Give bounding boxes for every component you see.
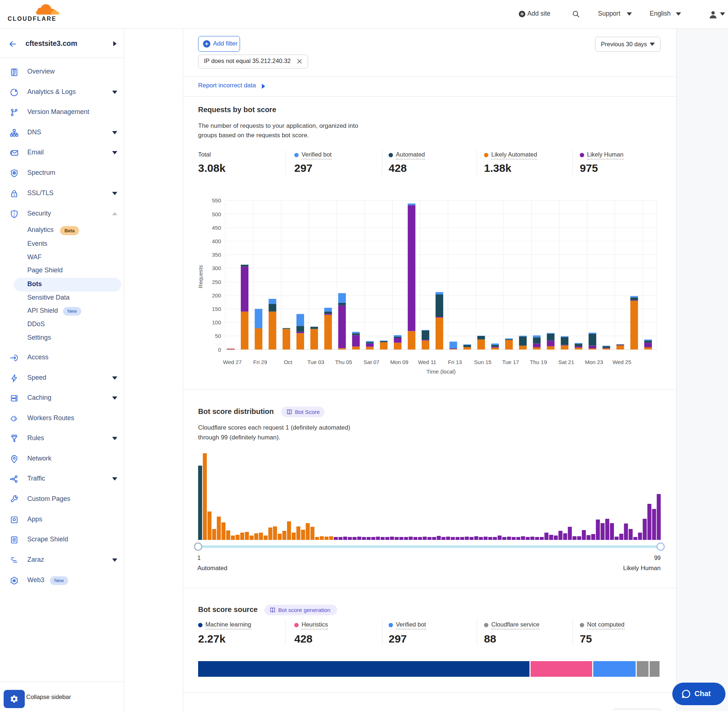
svg-text:Mon 23: Mon 23 xyxy=(585,359,603,365)
svg-text:250: 250 xyxy=(212,279,221,285)
svg-text:550: 550 xyxy=(212,197,221,204)
svg-text:Sun 15: Sun 15 xyxy=(474,359,492,365)
svg-text:200: 200 xyxy=(212,292,221,298)
svg-text:Sat 21: Sat 21 xyxy=(558,359,574,365)
svg-text:Oct: Oct xyxy=(284,359,292,365)
svg-text:Likely Human: Likely Human xyxy=(623,565,661,572)
svg-text:300: 300 xyxy=(212,265,221,271)
svg-text:Thu 05: Thu 05 xyxy=(335,359,352,365)
svg-text:100: 100 xyxy=(212,319,221,326)
svg-text:Mon 09: Mon 09 xyxy=(390,359,408,365)
svg-text:500: 500 xyxy=(212,211,221,217)
svg-text:Time (local): Time (local) xyxy=(427,369,456,375)
svg-text:450: 450 xyxy=(212,225,221,231)
svg-text:Wed 27: Wed 27 xyxy=(223,359,241,365)
svg-text:Wed 11: Wed 11 xyxy=(418,359,436,365)
svg-text:Sat 07: Sat 07 xyxy=(363,359,379,365)
svg-text:350: 350 xyxy=(212,252,221,258)
svg-text:Fri 29: Fri 29 xyxy=(253,359,267,365)
svg-text:Requests: Requests xyxy=(197,265,204,288)
svg-text:Automated: Automated xyxy=(197,565,227,572)
svg-text:Thu 19: Thu 19 xyxy=(530,359,547,365)
svg-text:Wed 25: Wed 25 xyxy=(613,359,631,365)
svg-text:0: 0 xyxy=(218,347,221,353)
svg-text:150: 150 xyxy=(212,306,221,312)
svg-text:Tue 17: Tue 17 xyxy=(502,359,519,365)
svg-text:99: 99 xyxy=(654,555,661,561)
svg-text:400: 400 xyxy=(212,238,221,244)
svg-text:50: 50 xyxy=(215,333,221,339)
svg-text:1: 1 xyxy=(197,555,201,561)
svg-text:Fri 13: Fri 13 xyxy=(448,359,462,365)
svg-text:Tue 03: Tue 03 xyxy=(307,359,324,365)
